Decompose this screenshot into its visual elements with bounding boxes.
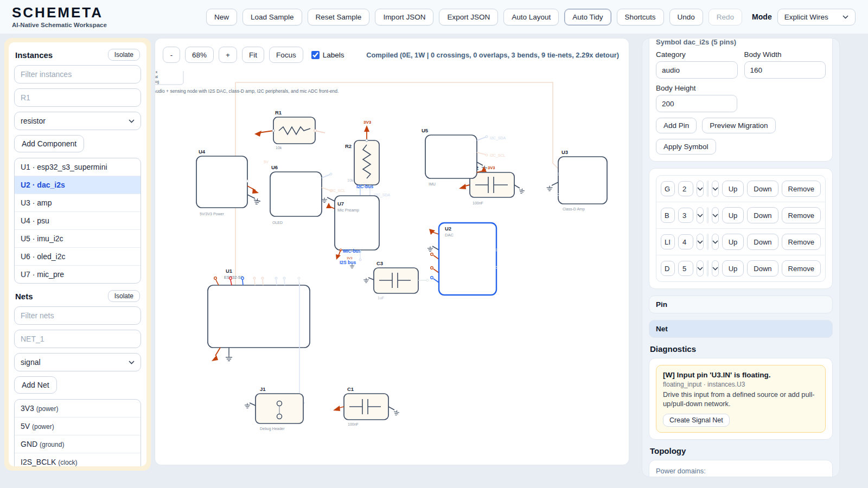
pin-up-button[interactable]: Up	[722, 260, 744, 277]
instance-item-u4[interactable]: U4 · psu	[15, 212, 141, 230]
load-sample-button[interactable]: Load Sample	[242, 9, 302, 25]
u3-body[interactable]	[558, 157, 607, 204]
zoom-out-button[interactable]: -	[163, 47, 180, 63]
labels-checkbox[interactable]	[311, 51, 320, 59]
svg-text:10k: 10k	[276, 146, 282, 150]
undo-button[interactable]: Undo	[669, 9, 703, 25]
pin-number-input[interactable]	[678, 261, 693, 276]
focus-button[interactable]: Focus	[269, 47, 303, 63]
new-button[interactable]: New	[206, 9, 237, 25]
pin-side-select[interactable]	[697, 234, 704, 250]
pin-name-input[interactable]	[661, 181, 675, 196]
chevron-down-icon	[697, 240, 703, 244]
pin-row-4: Up Down Remove	[656, 255, 825, 281]
pin-side-select[interactable]	[697, 207, 704, 223]
pin-up-button[interactable]: Up	[722, 181, 744, 197]
shortcuts-button[interactable]: Shortcuts	[617, 9, 664, 25]
net-item-i2s-bclk[interactable]: I2S_BCLK (clock)	[15, 453, 141, 466]
pin-side-select[interactable]	[697, 260, 704, 277]
pin-kind-select[interactable]	[712, 234, 719, 250]
pin-offset-input[interactable]	[707, 207, 709, 223]
pin-remove-button[interactable]: Remove	[782, 181, 821, 197]
instance-item-u2[interactable]: U2 · dac_i2s	[15, 176, 141, 194]
u6-body[interactable]	[270, 172, 322, 216]
pin-number-input[interactable]	[678, 208, 693, 223]
app-logo: SCHEMETA	[12, 5, 196, 20]
apply-symbol-button[interactable]: Apply Symbol	[656, 139, 716, 155]
instance-name-input[interactable]	[14, 88, 141, 107]
schematic-canvas[interactable]: k al og Audio + sensing node with I2S DA…	[155, 71, 629, 465]
diagnostics-card: [W] Input pin 'U3.IN' is floating. float…	[649, 358, 833, 440]
pin-name-input[interactable]	[661, 208, 675, 223]
app-tagline: AI-Native Schematic Workspace	[12, 22, 196, 28]
filter-nets-input[interactable]	[14, 306, 141, 325]
add-pin-button[interactable]: Add Pin	[656, 118, 697, 133]
net-section-header[interactable]: Net	[649, 320, 833, 338]
pin-kind-select[interactable]	[712, 207, 719, 223]
body-height-input[interactable]	[656, 95, 737, 112]
instances-isolate-button[interactable]: Isolate	[108, 49, 140, 61]
component-type-select[interactable]: resistor	[14, 112, 141, 130]
chevron-down-icon	[843, 15, 848, 19]
pin-offset-input[interactable]	[707, 260, 709, 277]
u5-body[interactable]	[425, 135, 477, 178]
u1-body[interactable]	[208, 285, 310, 348]
body-width-input[interactable]	[744, 61, 826, 79]
symbol-editor-title: Symbol dac_i2s (5 pins)	[656, 38, 826, 46]
preview-migration-button[interactable]: Preview Migration	[702, 118, 775, 133]
svg-text:U4: U4	[199, 149, 206, 155]
net-item-gnd[interactable]: GND (ground)	[15, 435, 141, 453]
svg-text:C1: C1	[347, 386, 354, 392]
svg-text:Mic Preamp: Mic Preamp	[337, 208, 359, 213]
net-type-select[interactable]: signal	[14, 353, 141, 371]
svg-text:ESP32-S3: ESP32-S3	[224, 275, 243, 280]
svg-text:U6: U6	[271, 164, 278, 170]
instance-item-u6[interactable]: U6 · oled_i2c	[15, 248, 141, 266]
net-name-input[interactable]	[14, 330, 141, 348]
pin-remove-button[interactable]: Remove	[782, 260, 821, 277]
export-json-button[interactable]: Export JSON	[439, 9, 498, 25]
import-json-button[interactable]: Import JSON	[375, 9, 433, 25]
pin-name-input[interactable]	[661, 234, 675, 249]
instance-item-u5[interactable]: U5 · imu_i2c	[15, 230, 141, 248]
pin-offset-input[interactable]	[707, 234, 709, 250]
add-net-button[interactable]: Add Net	[14, 376, 57, 394]
pin-side-select[interactable]	[697, 181, 704, 197]
mode-select[interactable]: Explicit Wires	[777, 9, 856, 25]
pin-offset-input[interactable]	[707, 181, 709, 197]
nets-isolate-button[interactable]: Isolate	[108, 290, 140, 302]
create-signal-net-button[interactable]: Create Signal Net	[663, 414, 730, 427]
pin-down-button[interactable]: Down	[747, 260, 778, 277]
reset-sample-button[interactable]: Reset Sample	[308, 9, 370, 25]
pin-kind-select[interactable]	[712, 181, 719, 197]
pin-number-input[interactable]	[678, 234, 693, 249]
pin-number-input[interactable]	[678, 181, 693, 196]
pin-table-card: Up Down Remove Up Down Remove Up	[649, 168, 833, 289]
pin-down-button[interactable]: Down	[747, 234, 778, 250]
add-component-button[interactable]: Add Component	[14, 135, 84, 152]
pin-kind-select[interactable]	[712, 260, 719, 277]
pin-up-button[interactable]: Up	[722, 234, 744, 250]
instance-item-u1[interactable]: U1 · esp32_s3_supermini	[15, 158, 141, 176]
fit-button[interactable]: Fit	[242, 47, 264, 63]
instance-item-u3[interactable]: U3 · amp	[15, 194, 141, 212]
filter-instances-input[interactable]	[14, 65, 141, 84]
pin-remove-button[interactable]: Remove	[782, 207, 821, 223]
net-item-3v3[interactable]: 3V3 (power)	[15, 400, 141, 418]
pin-down-button[interactable]: Down	[747, 181, 778, 197]
pin-name-input[interactable]	[661, 261, 675, 276]
auto-layout-button[interactable]: Auto Layout	[503, 9, 559, 25]
category-input[interactable]	[656, 61, 738, 79]
net-arrow-icon	[336, 254, 341, 260]
net-item-5v[interactable]: 5V (power)	[15, 418, 141, 435]
zoom-in-button[interactable]: +	[219, 47, 237, 63]
mode-label: Mode	[752, 12, 772, 21]
instance-item-u7[interactable]: U7 · mic_pre	[15, 266, 141, 283]
auto-tidy-button[interactable]: Auto Tidy	[564, 9, 611, 25]
u4-body[interactable]	[196, 156, 247, 208]
zoom-level-button[interactable]: 68%	[185, 47, 214, 63]
pin-remove-button[interactable]: Remove	[782, 234, 821, 250]
pin-down-button[interactable]: Down	[747, 207, 778, 223]
pin-section-header[interactable]: Pin	[649, 296, 833, 313]
pin-up-button[interactable]: Up	[722, 207, 744, 223]
